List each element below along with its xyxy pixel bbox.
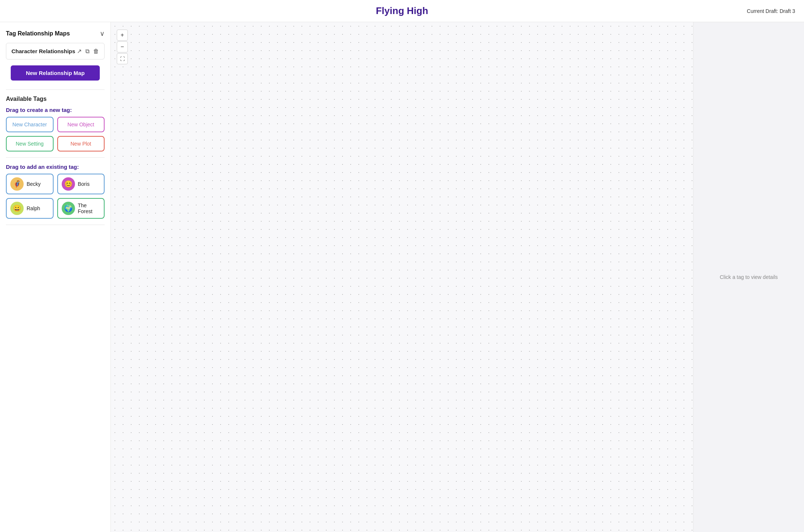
section-header: Tag Relationship Maps ∨ (6, 30, 105, 38)
new-plot-tag[interactable]: New Plot (57, 136, 105, 151)
zoom-out-button[interactable]: − (117, 41, 128, 52)
existing-tag-boris[interactable]: 😊 Boris (57, 174, 105, 194)
divider-1 (6, 89, 105, 90)
collapse-chevron-icon[interactable]: ∨ (100, 30, 105, 38)
existing-tag-ralph[interactable]: 😀 Ralph (6, 198, 54, 219)
the-forest-label: The Forest (78, 202, 100, 214)
drag-new-label: Drag to create a new tag: (6, 107, 105, 113)
available-tags-title: Available Tags (6, 96, 105, 102)
new-setting-tag[interactable]: New Setting (6, 136, 54, 151)
map-item-name: Character Relationships (11, 48, 75, 54)
sidebar: Tag Relationship Maps ∨ Character Relati… (0, 22, 111, 532)
click-tag-message: Click a tag to view details (720, 274, 778, 280)
new-relationship-map-button[interactable]: New Relationship Map (11, 65, 99, 81)
new-object-tag[interactable]: New Object (57, 117, 105, 132)
ralph-avatar: 😀 (10, 202, 24, 215)
fit-button[interactable]: ⛶ (117, 53, 128, 64)
section-title: Tag Relationship Maps (6, 30, 70, 37)
boris-avatar: 😊 (62, 177, 75, 191)
app-header: Flying High Current Draft: Draft 3 (0, 0, 804, 22)
becky-label: Becky (27, 181, 41, 187)
divider-3 (6, 225, 105, 225)
ralph-label: Ralph (27, 205, 40, 211)
existing-tag-becky[interactable]: 🦸 Becky (6, 174, 54, 194)
delete-icon[interactable]: 🗑 (93, 48, 99, 55)
divider-2 (6, 157, 105, 158)
canvas-wrapper[interactable]: + − ⛶ (111, 22, 693, 532)
map-item-actions: ↗ ⧉ 🗑 (77, 48, 99, 55)
map-item-character-relationships: Character Relationships ↗ ⧉ 🗑 (6, 43, 105, 59)
becky-avatar: 🦸 (10, 177, 24, 191)
new-character-tag[interactable]: New Character (6, 117, 54, 132)
right-panel: Click a tag to view details (693, 22, 804, 532)
zoom-controls: + − ⛶ (117, 30, 128, 64)
new-tags-grid: New Character New Object New Setting New… (6, 117, 105, 151)
edit-icon[interactable]: ↗ (77, 48, 82, 55)
relationship-canvas[interactable]: + − ⛶ (111, 22, 693, 532)
existing-tags-grid: 🦸 Becky 😊 Boris 😀 Ralph 🌍 The Forest (6, 174, 105, 219)
app-title: Flying High (376, 5, 428, 17)
drag-existing-label: Drag to add an existing tag: (6, 164, 105, 170)
zoom-in-button[interactable]: + (117, 30, 128, 41)
main-layout: Tag Relationship Maps ∨ Character Relati… (0, 22, 804, 532)
duplicate-icon[interactable]: ⧉ (85, 48, 89, 55)
the-forest-avatar: 🌍 (62, 202, 75, 215)
existing-tag-the-forest[interactable]: 🌍 The Forest (57, 198, 105, 219)
current-draft: Current Draft: Draft 3 (747, 8, 795, 14)
boris-label: Boris (78, 181, 90, 187)
